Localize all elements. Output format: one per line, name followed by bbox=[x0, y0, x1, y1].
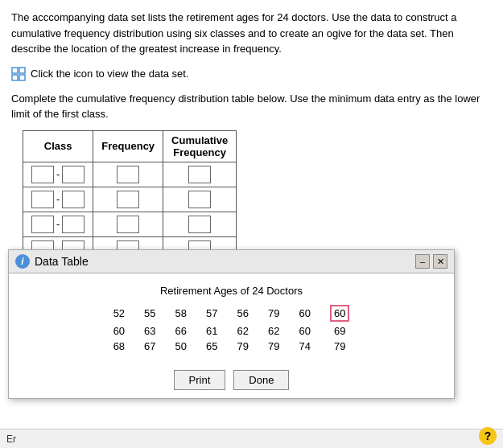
data-row-2: 60 63 66 61 62 62 60 69 bbox=[104, 323, 360, 339]
cumfreq-1[interactable] bbox=[188, 166, 211, 183]
modal-controls: – ✕ bbox=[415, 254, 447, 269]
data-cell: 50 bbox=[166, 339, 196, 354]
bottom-text: Er bbox=[6, 434, 16, 445]
data-cell: 66 bbox=[166, 323, 196, 339]
description-text: The acccompanying data set lists the ret… bbox=[11, 10, 492, 57]
svg-rect-1 bbox=[19, 68, 25, 73]
freq-2[interactable] bbox=[117, 191, 139, 208]
table-row: - bbox=[23, 187, 237, 212]
modal-title-left: i Data Table bbox=[15, 254, 89, 269]
done-button[interactable]: Done bbox=[233, 370, 289, 390]
data-cell: 52 bbox=[104, 303, 134, 323]
data-cell: 74 bbox=[289, 339, 320, 354]
class-upper-3[interactable] bbox=[62, 216, 85, 233]
table-instruction: Complete the cumulative frequency distri… bbox=[11, 91, 492, 122]
cumfreq-3[interactable] bbox=[188, 216, 211, 233]
modal-title-text: Data Table bbox=[35, 255, 89, 268]
data-cell: 67 bbox=[134, 339, 165, 354]
class-lower-1[interactable] bbox=[31, 166, 54, 183]
svg-rect-3 bbox=[19, 75, 25, 80]
print-button[interactable]: Print bbox=[174, 370, 226, 390]
col-class: Class bbox=[23, 130, 93, 162]
bottom-bar: Er bbox=[0, 429, 503, 448]
data-cell: 60 bbox=[104, 323, 134, 339]
data-values-table: 52 55 58 57 56 79 60 60 60 63 66 61 62 6… bbox=[104, 303, 360, 354]
modal-footer: Print Done bbox=[9, 365, 454, 398]
data-cell-highlighted: 60 bbox=[320, 303, 359, 323]
col-frequency: Frequency bbox=[93, 130, 163, 162]
data-cell: 61 bbox=[196, 323, 227, 339]
class-upper-2[interactable] bbox=[62, 191, 85, 208]
svg-rect-2 bbox=[12, 75, 18, 80]
class-lower-2[interactable] bbox=[31, 191, 54, 208]
modal-body: Retirement Ages of 24 Doctors 52 55 58 5… bbox=[9, 273, 454, 365]
class-upper-1[interactable] bbox=[62, 166, 85, 183]
data-cell: 79 bbox=[258, 303, 289, 323]
freq-1[interactable] bbox=[117, 166, 139, 183]
data-cell: 79 bbox=[258, 339, 289, 354]
freq-3[interactable] bbox=[117, 216, 139, 233]
minimize-button[interactable]: – bbox=[415, 254, 430, 269]
data-cell: 68 bbox=[104, 339, 134, 354]
click-instruction: Click the icon to view the data set. bbox=[31, 68, 189, 80]
modal-titlebar: i Data Table – ✕ bbox=[9, 250, 454, 273]
col-cumulative: CumulativeFrequency bbox=[163, 130, 237, 162]
data-cell: 79 bbox=[320, 339, 359, 354]
data-cell: 60 bbox=[289, 303, 320, 323]
info-icon: i bbox=[15, 254, 30, 269]
data-cell: 65 bbox=[196, 339, 227, 354]
table-row: - bbox=[23, 212, 237, 236]
data-cell: 63 bbox=[134, 323, 165, 339]
data-cell: 56 bbox=[228, 303, 258, 323]
data-table-title: Retirement Ages of 24 Doctors bbox=[25, 285, 438, 297]
data-cell: 62 bbox=[228, 323, 258, 339]
data-cell: 62 bbox=[258, 323, 289, 339]
click-icon-row: Click the icon to view the data set. bbox=[11, 67, 492, 81]
data-cell: 60 bbox=[289, 323, 320, 339]
cumfreq-2[interactable] bbox=[188, 191, 211, 208]
class-lower-3[interactable] bbox=[31, 216, 54, 233]
data-cell: 58 bbox=[166, 303, 196, 323]
help-button[interactable]: ? bbox=[479, 427, 497, 445]
table-row: - bbox=[23, 162, 237, 187]
data-cell: 79 bbox=[228, 339, 258, 354]
data-cell: 55 bbox=[134, 303, 165, 323]
data-row-1: 52 55 58 57 56 79 60 60 bbox=[104, 303, 360, 323]
svg-rect-0 bbox=[12, 68, 18, 73]
close-button[interactable]: ✕ bbox=[433, 254, 447, 269]
data-cell: 69 bbox=[320, 323, 359, 339]
data-table-modal: i Data Table – ✕ Retirement Ages of 24 D… bbox=[8, 249, 455, 399]
data-row-3: 68 67 50 65 79 79 74 79 bbox=[104, 339, 360, 354]
data-cell: 57 bbox=[196, 303, 227, 323]
grid-icon[interactable] bbox=[11, 67, 26, 81]
